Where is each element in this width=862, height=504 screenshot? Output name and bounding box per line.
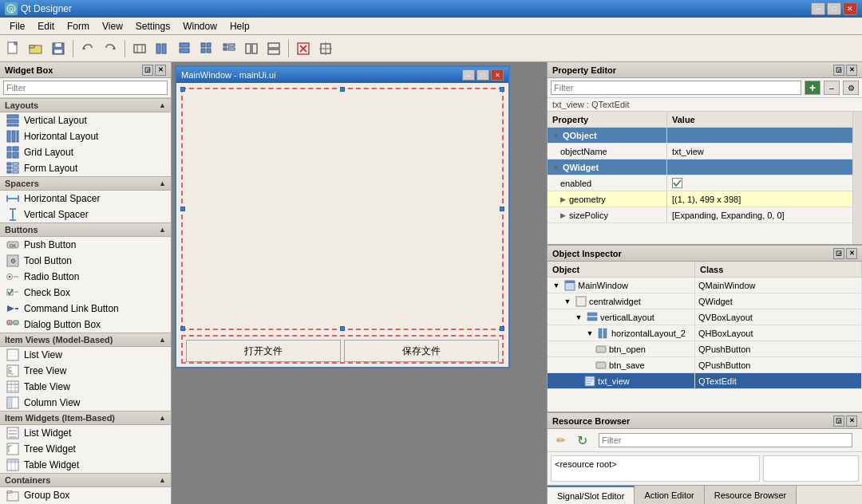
widget-tool-button[interactable]: ⚙ Tool Button (0, 253, 171, 269)
category-layouts[interactable]: Layouts ▲ (0, 98, 171, 112)
form-close[interactable]: ✕ (491, 69, 504, 81)
menu-file[interactable]: File (3, 18, 31, 34)
category-containers[interactable]: Containers ▲ (0, 473, 171, 487)
toolbar-layout-form[interactable] (219, 38, 239, 59)
property-add-btn[interactable]: + (805, 81, 820, 95)
widget-grid-layout[interactable]: Grid Layout (0, 144, 171, 160)
widget-horizontal-spacer[interactable]: Horizontal Spacer (0, 191, 171, 207)
tab-signal-slot[interactable]: Signal/Slot Editor (548, 486, 635, 504)
tab-action-editor[interactable]: Action Editor (635, 486, 704, 504)
widget-form-layout[interactable]: Form Layout (0, 160, 171, 176)
widget-vertical-spacer[interactable]: Vertical Spacer (0, 207, 171, 222)
resource-browser-float[interactable]: ◲ (833, 415, 844, 427)
widget-tree-widget[interactable]: Tree Widget (0, 441, 171, 457)
widget-group-box[interactable]: GB Group Box (0, 487, 171, 503)
property-remove-btn[interactable]: – (824, 81, 840, 95)
menu-form[interactable]: Form (61, 18, 96, 34)
property-scrollbar[interactable] (852, 112, 862, 244)
prop-sizepolicy-value[interactable]: [Expanding, Expanding, 0, 0] (667, 207, 852, 222)
widget-table-widget[interactable]: Table Widget (0, 457, 171, 473)
inspector-row-verticallayout[interactable]: ▼ verticalLayout QVBoxLayout (548, 309, 862, 325)
close-button[interactable]: ✕ (843, 2, 857, 15)
handle-tr[interactable] (500, 87, 504, 92)
tree-expand-horizontallayout2[interactable]: ▼ (584, 328, 595, 339)
toolbar-new[interactable] (3, 38, 24, 59)
property-filter-input[interactable] (551, 81, 801, 95)
toolbar-layout-grid[interactable] (196, 38, 217, 59)
handle-bm[interactable] (340, 326, 345, 331)
category-item-views[interactable]: Item Views (Model-Based) ▲ (0, 333, 171, 347)
widget-box-float[interactable]: ◲ (142, 65, 153, 76)
widget-dialog-button-box[interactable]: ✕✓ Dialog Button Box (0, 317, 171, 333)
resource-edit-btn[interactable]: ✏ (552, 431, 570, 449)
inspector-row-horizontallayout2[interactable]: ▼ horizontalLayout_2 QHBoxLayout (548, 325, 862, 341)
maximize-button[interactable]: □ (827, 2, 841, 15)
widget-table-view[interactable]: Table View (0, 379, 171, 395)
toolbar-layout-split-v[interactable] (263, 38, 284, 59)
text-edit-area[interactable] (181, 88, 504, 330)
widget-push-button[interactable]: OK Push Button (0, 237, 171, 253)
inspector-row-centralwidget[interactable]: ▼ centralwidget QWidget (548, 293, 862, 309)
toolbar-layout-h[interactable] (152, 38, 172, 59)
handle-br[interactable] (500, 326, 504, 331)
widget-box-filter-input[interactable] (3, 81, 168, 95)
minimize-button[interactable]: – (811, 2, 825, 15)
tree-expand-verticallayout[interactable]: ▼ (573, 312, 584, 323)
widget-horizontal-layout[interactable]: Horizontal Layout (0, 128, 171, 144)
inspector-row-btn-save[interactable]: btn_save QPushButton (548, 357, 862, 373)
category-buttons[interactable]: Buttons ▲ (0, 222, 171, 237)
tree-expand-centralwidget[interactable]: ▼ (562, 296, 573, 307)
prop-objectname-value[interactable]: txt_view (667, 144, 852, 159)
handle-tl[interactable] (180, 87, 185, 92)
toolbar-open[interactable] (26, 38, 46, 59)
toolbar-save[interactable] (48, 38, 69, 59)
btn-open[interactable]: 打开文件 (186, 340, 341, 362)
prop-enabled-checkbox[interactable] (672, 178, 682, 188)
widget-box-close[interactable]: ✕ (155, 65, 166, 76)
toolbar-adjust-size[interactable] (315, 38, 336, 59)
widget-list-view[interactable]: List View (0, 347, 171, 363)
category-spacers[interactable]: Spacers ▲ (0, 176, 171, 191)
form-maximize[interactable]: □ (476, 69, 489, 81)
toolbar-layout-split-h[interactable] (241, 38, 262, 59)
handle-mr[interactable] (500, 207, 504, 211)
widget-list-widget[interactable]: List Widget (0, 425, 171, 441)
prop-group-qwidget-expand[interactable]: ▼ (552, 163, 560, 171)
inspector-row-mainwindow[interactable]: ▼ MainWindow QMainWindow (548, 278, 862, 293)
object-inspector-float[interactable]: ◲ (833, 248, 844, 259)
menu-edit[interactable]: Edit (31, 18, 61, 34)
widget-tree-view[interactable]: Tree View (0, 363, 171, 379)
tab-resource-browser[interactable]: Resource Browser (705, 486, 797, 504)
form-window[interactable]: MainWindow - mainUi.ui – □ ✕ (175, 65, 510, 368)
handle-tm[interactable] (340, 87, 345, 92)
menu-view[interactable]: View (96, 18, 129, 34)
property-editor-float[interactable]: ◲ (833, 65, 844, 76)
btn-save[interactable]: 保存文件 (344, 340, 499, 362)
menu-settings[interactable]: Settings (129, 18, 176, 34)
property-editor-close[interactable]: ✕ (846, 65, 857, 76)
toolbar-redo[interactable] (100, 38, 121, 59)
category-item-widgets[interactable]: Item Widgets (Item-Based) ▲ (0, 411, 171, 425)
toolbar-break-layout[interactable] (293, 38, 314, 59)
prop-enabled-value[interactable] (667, 175, 852, 191)
object-inspector-close[interactable]: ✕ (846, 248, 857, 259)
form-minimize[interactable]: – (462, 69, 475, 81)
prop-sizepolicy-expand[interactable]: ▶ (560, 211, 566, 219)
handle-bl[interactable] (180, 326, 185, 331)
toolbar-widget-editor[interactable] (129, 38, 150, 59)
toolbar-undo[interactable] (77, 38, 98, 59)
toolbar-layout-v[interactable] (174, 38, 195, 59)
inspector-row-txt-view[interactable]: txt_view QTextEdit (548, 373, 862, 389)
resource-tree[interactable]: <resource root> (551, 455, 760, 482)
prop-geometry-value[interactable]: [(1, 1), 499 x 398] (667, 191, 852, 207)
widget-column-view[interactable]: Column View (0, 395, 171, 411)
tree-expand-mainwindow[interactable]: ▼ (551, 280, 562, 291)
prop-geometry-expand[interactable]: ▶ (560, 195, 566, 203)
widget-radio-button[interactable]: Radio Button (0, 269, 171, 285)
inspector-row-btn-open[interactable]: btn_open QPushButton (548, 341, 862, 357)
handle-ml[interactable] (180, 207, 185, 211)
menu-window[interactable]: Window (176, 18, 223, 34)
resource-filter-input[interactable] (599, 433, 852, 447)
property-options-btn[interactable]: ⚙ (843, 81, 859, 95)
menu-help[interactable]: Help (223, 18, 256, 34)
